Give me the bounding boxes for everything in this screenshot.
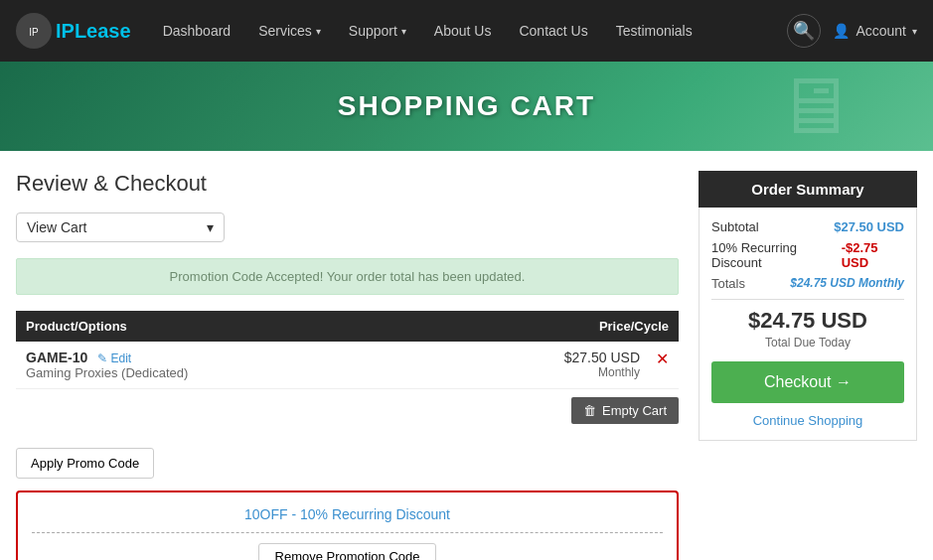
promo-active-box: 10OFF - 10% Recurring Discount Remove Pr…: [16, 490, 679, 560]
navbar: IP IPLease Dashboard Services ▾ Support …: [0, 0, 933, 62]
page-subtitle: Review & Checkout: [16, 171, 679, 197]
product-edit-link[interactable]: ✎ Edit: [97, 351, 131, 365]
table-header-row: Product/Options Price/Cycle: [16, 311, 679, 342]
apply-promo-button[interactable]: Apply Promo Code: [16, 448, 154, 479]
summary-discount-row: 10% Recurring Discount -$2.75 USD: [711, 240, 904, 270]
view-cart-label: View Cart: [27, 219, 86, 235]
summary-subtotal-row: Subtotal $27.50 USD: [711, 219, 904, 234]
nav-item-support[interactable]: Support ▾: [337, 15, 418, 47]
remove-item-button[interactable]: ✕: [656, 350, 669, 368]
account-menu[interactable]: 👤 Account ▾: [833, 23, 917, 39]
product-subtitle: Gaming Proxies (Dedicated): [26, 365, 399, 380]
summary-totals-row: Totals $24.75 USD Monthly: [711, 276, 904, 291]
promo-code-label: 10OFF - 10% Recurring Discount: [32, 506, 663, 522]
product-info: GAME-10 ✎ Edit Gaming Proxies (Dedicated…: [16, 342, 409, 389]
view-cart-chevron-icon: ▾: [207, 219, 214, 235]
page-body: Review & Checkout View Cart ▾ Promotion …: [0, 151, 933, 560]
product-price: $27.50 USD: [564, 350, 640, 365]
nav-right: 🔍 👤 Account ▾: [787, 14, 917, 48]
total-due-label: Total Due Today: [711, 336, 904, 350]
services-dropdown-icon: ▾: [316, 26, 321, 37]
table-row: GAME-10 ✎ Edit Gaming Proxies (Dedicated…: [16, 342, 679, 389]
product-price-cell: $27.50 USD Monthly ✕: [409, 342, 679, 389]
col-product: Product/Options: [16, 311, 409, 342]
col-price: Price/Cycle: [409, 311, 679, 342]
empty-cart-button[interactable]: 🗑 Empty Cart: [571, 397, 679, 424]
totals-label: Totals: [711, 276, 745, 291]
nav-item-about[interactable]: About Us: [422, 15, 504, 47]
nav-links: Dashboard Services ▾ Support ▾ About Us …: [151, 15, 788, 47]
support-dropdown-icon: ▾: [401, 26, 406, 37]
nav-item-testimonials[interactable]: Testimonials: [604, 15, 704, 47]
product-cycle: Monthly: [564, 365, 640, 379]
search-button[interactable]: 🔍: [787, 14, 821, 48]
logo[interactable]: IP IPLease: [16, 13, 131, 49]
summary-divider: [711, 299, 904, 300]
nav-item-dashboard[interactable]: Dashboard: [151, 15, 243, 47]
nav-item-contact[interactable]: Contact Us: [507, 15, 599, 47]
trash-icon: 🗑: [583, 403, 596, 418]
search-icon: 🔍: [793, 20, 815, 42]
page-title: SHOPPING CART: [338, 90, 595, 122]
discount-value: -$2.75 USD: [842, 240, 904, 270]
cart-table: Product/Options Price/Cycle GAME-10 ✎ Ed…: [16, 311, 679, 389]
account-dropdown-icon: ▾: [912, 26, 917, 37]
continue-shopping-link[interactable]: Continue Shopping: [711, 413, 904, 428]
subtotal-value: $27.50 USD: [834, 219, 904, 234]
promo-success-banner: Promotion Code Accepted! Your order tota…: [16, 258, 679, 295]
subtotal-label: Subtotal: [711, 219, 759, 234]
view-cart-dropdown[interactable]: View Cart ▾: [16, 212, 225, 242]
checkout-button[interactable]: Checkout →: [711, 361, 904, 403]
nav-item-services[interactable]: Services ▾: [246, 15, 333, 47]
pencil-icon: ✎: [97, 351, 107, 365]
totals-value: $24.75 USD Monthly: [790, 276, 904, 291]
cart-footer: 🗑 Empty Cart: [16, 389, 679, 432]
order-summary-sidebar: Order Summary Subtotal $27.50 USD 10% Re…: [699, 171, 917, 560]
account-icon: 👤: [833, 23, 850, 39]
promo-divider: [32, 532, 663, 533]
remove-promo-button[interactable]: Remove Promotion Code: [258, 543, 437, 560]
summary-body: Subtotal $27.50 USD 10% Recurring Discou…: [699, 208, 917, 441]
hero-decorative-icon: 🖥: [774, 62, 854, 151]
account-label: Account: [855, 23, 906, 39]
svg-text:IP: IP: [29, 27, 39, 38]
main-area: Review & Checkout View Cart ▾ Promotion …: [16, 171, 679, 560]
discount-label: 10% Recurring Discount: [711, 240, 842, 270]
summary-header: Order Summary: [699, 171, 917, 208]
total-amount: $24.75 USD: [711, 308, 904, 334]
product-name: GAME-10: [26, 350, 87, 365]
promo-section: Apply Promo Code 10OFF - 10% Recurring D…: [16, 448, 679, 560]
hero-banner: SHOPPING CART 🖥: [0, 62, 933, 151]
